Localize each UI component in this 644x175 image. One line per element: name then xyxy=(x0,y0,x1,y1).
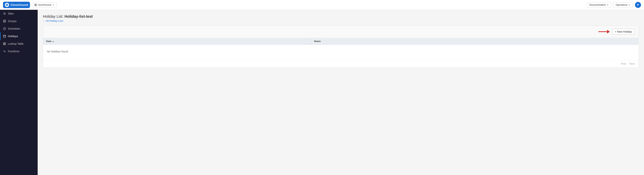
layout: Sites Groups Schedules Holidays Lookup T xyxy=(0,10,644,175)
next-button: Next xyxy=(629,62,635,65)
breadcrumb-label: ← All Holiday Lists xyxy=(43,20,63,22)
sidebar-label-groups: Groups xyxy=(8,20,16,23)
user-initial: P xyxy=(637,4,639,7)
new-holiday-button[interactable]: + New Holiday xyxy=(612,29,635,35)
main-content: Holiday List: Holiday-list-test ← All Ho… xyxy=(38,10,644,175)
empty-message-text: No holidays found. xyxy=(47,50,69,53)
sidebar-label-holidays: Holidays xyxy=(8,35,18,38)
empty-state-message: No holidays found. xyxy=(43,45,638,58)
new-holiday-label: + New Holiday xyxy=(615,30,632,33)
sidebar-label-lookup-table: Lookup Table xyxy=(8,42,24,45)
operations-label: Operations xyxy=(616,4,628,6)
chevron-down-icon xyxy=(606,4,609,6)
card-toolbar: + New Holiday xyxy=(43,26,638,38)
svg-rect-12 xyxy=(5,21,6,22)
svg-rect-1 xyxy=(34,4,36,6)
col-header-date[interactable]: Date ▲ xyxy=(43,38,311,45)
prev-button: Prev xyxy=(621,62,626,65)
card-footer: Prev Next xyxy=(43,60,638,68)
logo-icon xyxy=(5,3,9,7)
table-body: No holidays found. xyxy=(43,45,638,60)
breadcrumb-link[interactable]: ← All Holiday Lists xyxy=(43,20,63,22)
page-title-name: Holiday-list-test xyxy=(64,14,93,19)
table-header: Date ▲ Name xyxy=(43,38,638,45)
operations-button[interactable]: Operations xyxy=(613,2,633,7)
tenant-label: cloverhound xyxy=(38,4,52,6)
sidebar-item-schedules[interactable]: Schedules xyxy=(0,25,38,33)
groups-icon xyxy=(3,20,6,23)
navbar-left: Cloverhound cloverhound xyxy=(3,2,57,8)
sidebar-label-sites: Sites xyxy=(8,12,14,15)
prev-label: Prev xyxy=(621,62,626,65)
user-avatar[interactable]: P xyxy=(635,2,641,8)
building-icon xyxy=(34,4,37,6)
tenant-selector[interactable]: cloverhound xyxy=(32,2,57,7)
documentation-button[interactable]: Documentation xyxy=(587,2,611,7)
svg-rect-9 xyxy=(4,20,4,21)
page-title-prefix: Holiday List: xyxy=(43,14,64,19)
navbar: Cloverhound cloverhound Documentation Op… xyxy=(0,0,644,10)
arrow-annotation xyxy=(598,30,610,34)
sidebar-label-functions: Functions xyxy=(8,50,20,53)
svg-rect-10 xyxy=(5,20,6,21)
chevron-down-icon xyxy=(628,4,631,6)
chevron-down-icon xyxy=(52,4,54,6)
sidebar-label-schedules: Schedules xyxy=(8,27,20,30)
logo-text: Cloverhound xyxy=(10,3,28,7)
holidays-icon xyxy=(3,35,6,38)
sites-icon xyxy=(3,12,6,15)
navbar-right: Documentation Operations P xyxy=(587,2,641,8)
svg-rect-18 xyxy=(4,43,6,45)
col-name-label: Name xyxy=(314,40,321,43)
svg-rect-11 xyxy=(4,21,4,22)
sidebar-item-functions[interactable]: Functions xyxy=(0,48,38,55)
schedules-icon xyxy=(3,27,6,30)
page-title: Holiday List: Holiday-list-test xyxy=(43,14,639,19)
col-header-name[interactable]: Name xyxy=(311,38,638,45)
sidebar-item-holidays[interactable]: Holidays xyxy=(0,33,38,40)
sidebar-item-groups[interactable]: Groups xyxy=(0,17,38,25)
sidebar-item-lookup-table[interactable]: Lookup Table xyxy=(0,40,38,48)
holiday-list-card: + New Holiday Date ▲ Name No holidays fo… xyxy=(43,26,639,68)
svg-rect-14 xyxy=(4,35,6,38)
sort-asc-icon: ▲ xyxy=(52,40,54,42)
lookup-icon xyxy=(3,42,6,45)
page-header: Holiday List: Holiday-list-test ← All Ho… xyxy=(43,14,639,23)
red-arrow xyxy=(598,30,610,34)
col-date-label: Date xyxy=(46,40,52,43)
sidebar: Sites Groups Schedules Holidays Lookup T xyxy=(0,10,38,175)
documentation-label: Documentation xyxy=(590,4,606,6)
next-label: Next xyxy=(629,62,635,65)
logo[interactable]: Cloverhound xyxy=(3,2,30,8)
functions-icon xyxy=(3,50,6,53)
sidebar-item-sites[interactable]: Sites xyxy=(0,10,38,17)
